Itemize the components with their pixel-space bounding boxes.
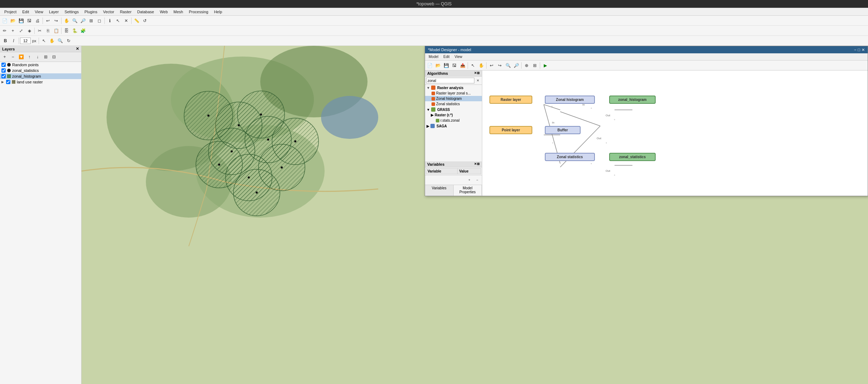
model-new-btn[interactable]: 📄 <box>426 62 434 69</box>
menu-processing[interactable]: Processing <box>186 9 211 15</box>
layer-remove-btn[interactable]: − <box>9 53 17 61</box>
model-menu-edit[interactable]: Edit <box>441 54 452 59</box>
menu-view[interactable]: View <box>32 9 46 15</box>
node-tool-btn[interactable]: ◈ <box>25 27 33 35</box>
alg-item-rstats-zonal[interactable]: r.stats.zonal <box>425 118 482 123</box>
rotate-btn[interactable]: ↻ <box>65 37 73 45</box>
zoom-in-btn[interactable]: 🔍 <box>71 17 79 25</box>
menu-edit[interactable]: Edit <box>19 9 32 15</box>
alg-subcategory-raster-r[interactable]: ▶ Raster (r.*) <box>425 112 482 118</box>
paste-btn[interactable]: 📋 <box>52 27 60 35</box>
refresh-btn[interactable]: ↺ <box>141 17 149 25</box>
menu-layer[interactable]: Layer <box>46 9 62 15</box>
new-project-btn[interactable]: 📄 <box>1 17 9 25</box>
alg-category-raster-analysis[interactable]: ▼ Raster analysis <box>425 85 482 91</box>
layer-filter-btn[interactable]: 🔽 <box>17 53 25 61</box>
identify-btn[interactable]: ℹ <box>106 17 114 25</box>
save-as-btn[interactable]: 🖫 <box>25 17 33 25</box>
menu-help[interactable]: Help <box>211 9 225 15</box>
menu-vector[interactable]: Vector <box>100 9 117 15</box>
model-redo-btn[interactable]: ↪ <box>496 62 504 69</box>
open-project-btn[interactable]: 📂 <box>9 17 17 25</box>
model-node-point-layer[interactable]: Point layer <box>489 126 532 134</box>
tab-model-properties[interactable]: Model Properties <box>454 185 482 196</box>
cut-btn[interactable]: ✂ <box>36 27 44 35</box>
model-add-output-btn[interactable]: ⊞ <box>531 62 539 69</box>
zoom-out-btn[interactable]: 🔎 <box>79 17 87 25</box>
model-node-zonal-statistics[interactable]: Zonal statistics <box>545 153 595 161</box>
font-size-input[interactable] <box>20 38 31 44</box>
model-minimize-btn[interactable]: − <box>854 48 856 52</box>
menu-raster[interactable]: Raster <box>117 9 134 15</box>
alg-category-saga[interactable]: ▶ SAGA <box>425 123 482 129</box>
layer-item-random-points[interactable]: Random points <box>0 62 81 68</box>
menu-project[interactable]: Project <box>1 9 19 15</box>
model-zoom-in-btn[interactable]: 🔍 <box>504 62 512 69</box>
model-menu-model[interactable]: Model <box>426 54 440 59</box>
add-feature-btn[interactable]: + <box>9 27 17 35</box>
font-italic-btn[interactable]: I <box>10 37 18 45</box>
tab-variables[interactable]: Variables <box>425 185 454 196</box>
model-export-btn[interactable]: 📤 <box>459 62 467 69</box>
layer-add-btn[interactable]: + <box>1 53 9 61</box>
toggle-edit-btn[interactable]: ✏ <box>1 27 9 35</box>
zoom-extent-btn[interactable]: ⊞ <box>87 17 95 25</box>
print-btn[interactable]: 🖨 <box>34 17 41 25</box>
model-node-output-zonal-histogram[interactable]: zonal_histogram <box>609 96 656 104</box>
model-node-output-zonal-statistics[interactable]: zonal_statistics <box>609 153 656 161</box>
measure-btn[interactable]: 📏 <box>133 17 140 25</box>
model-pointer-btn[interactable]: ↖ <box>469 62 477 69</box>
algorithms-search-clear-btn[interactable]: ✕ <box>475 78 481 83</box>
model-run-btn[interactable]: ▶ <box>541 62 549 69</box>
model-save-btn[interactable]: 💾 <box>442 62 450 69</box>
python-btn[interactable]: 🐍 <box>71 27 79 35</box>
var-add-btn[interactable]: + <box>465 176 473 184</box>
copy-btn[interactable]: ⎘ <box>44 27 52 35</box>
save-project-btn[interactable]: 💾 <box>17 17 25 25</box>
layer-checkbox-zonal-histogram[interactable] <box>1 74 6 78</box>
algorithms-close-icon[interactable]: ✕⊞ <box>474 71 480 76</box>
pan-btn[interactable]: ✋ <box>63 17 70 25</box>
font-bold-btn[interactable]: B <box>1 37 9 45</box>
alg-category-grass[interactable]: ▼ GRASS <box>425 107 482 112</box>
menu-web[interactable]: Web <box>157 9 171 15</box>
menu-mesh[interactable]: Mesh <box>171 9 186 15</box>
model-pan-btn[interactable]: ✋ <box>477 62 485 69</box>
zoom-layer-btn[interactable]: ◻ <box>95 17 103 25</box>
model-open-btn[interactable]: 📂 <box>434 62 442 69</box>
model-node-raster-layer[interactable]: Raster layer <box>489 96 532 104</box>
model-undo-btn[interactable]: ↩ <box>488 62 495 69</box>
move-feature-btn[interactable]: ⤢ <box>17 27 25 35</box>
zoom-label-btn[interactable]: 🔍 <box>56 37 64 45</box>
layer-up-btn[interactable]: ↑ <box>25 53 33 61</box>
layer-down-btn[interactable]: ↓ <box>34 53 41 61</box>
layer-group-btn[interactable]: ⊞ <box>42 53 50 61</box>
alg-item-raster-layer-zonal[interactable]: Raster layer zonal s... <box>425 91 482 96</box>
layer-item-zonal-histogram[interactable]: zonal_histogram <box>0 73 81 79</box>
plugin-btn[interactable]: 🧩 <box>79 27 87 35</box>
layer-checkbox-land-use[interactable] <box>6 80 10 84</box>
layers-close-btn[interactable]: ✕ <box>76 47 79 51</box>
model-save-as-btn[interactable]: 🖫 <box>450 62 458 69</box>
pointer-btn[interactable]: ↖ <box>40 37 48 45</box>
menu-settings[interactable]: Settings <box>61 9 82 15</box>
var-remove-btn[interactable]: − <box>473 176 481 184</box>
model-node-zonal-histogram[interactable]: Zonal histogram <box>545 96 595 104</box>
menu-plugins[interactable]: Plugins <box>82 9 100 15</box>
model-maximize-btn[interactable]: □ <box>858 48 860 52</box>
layer-item-land-use-raster[interactable]: ▶ land use raster <box>0 79 81 85</box>
pan-tool-btn[interactable]: ✋ <box>48 37 56 45</box>
layer-checkbox-random-points[interactable] <box>1 63 6 67</box>
layer-item-zonal-statistics[interactable]: zonal_statistics <box>0 68 81 73</box>
menu-database[interactable]: Database <box>134 9 157 15</box>
alg-item-zonal-statistics[interactable]: Zonal statistics <box>425 101 482 107</box>
model-node-buffer[interactable]: Buffer <box>545 126 581 134</box>
model-close-btn[interactable]: ✕ <box>862 48 865 52</box>
model-zoom-out-btn[interactable]: 🔎 <box>512 62 520 69</box>
undo-btn[interactable]: ↩ <box>44 17 52 25</box>
deselect-btn[interactable]: ✕ <box>122 17 130 25</box>
model-canvas[interactable]: In In + + In + Out + In + In + Out + <box>482 71 868 196</box>
layer-expand-btn[interactable]: ⊟ <box>50 53 58 61</box>
model-add-input-btn[interactable]: ⊕ <box>523 62 531 69</box>
select-btn[interactable]: ↖ <box>114 17 122 25</box>
